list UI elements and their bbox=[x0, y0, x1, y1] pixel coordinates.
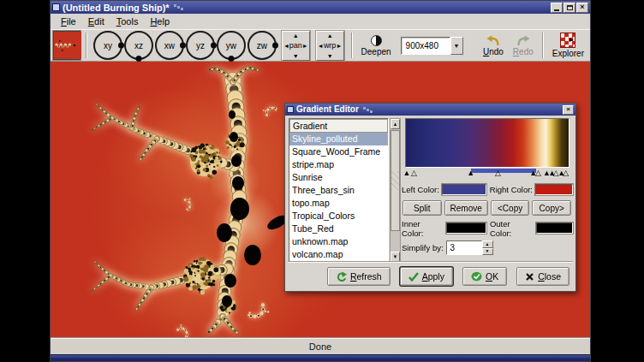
app-icon bbox=[52, 3, 60, 11]
status-text: Done bbox=[309, 341, 331, 352]
menu-help[interactable]: Help bbox=[144, 15, 176, 28]
separator bbox=[288, 261, 573, 263]
rotate-xw-button[interactable]: xw bbox=[155, 31, 184, 60]
selected-segment-bar[interactable] bbox=[471, 169, 536, 173]
inner-color-swatch[interactable] bbox=[446, 223, 486, 234]
pan-label: pan bbox=[289, 41, 302, 50]
rotation-dot-icon bbox=[135, 56, 141, 62]
redo-button[interactable]: Redo bbox=[510, 34, 537, 56]
maximize-icon bbox=[567, 5, 573, 10]
left-color-swatch[interactable] bbox=[442, 184, 486, 195]
spin-down-icon[interactable]: ▼ bbox=[482, 248, 493, 256]
titlebar-artifact bbox=[174, 4, 183, 10]
menu-tools[interactable]: Tools bbox=[110, 15, 145, 28]
gradient-list-scrollbar[interactable]: ▲ ▼ bbox=[390, 118, 401, 263]
gradient-list-item[interactable]: unknown.map bbox=[289, 235, 388, 248]
rotate-yw-button[interactable]: yw bbox=[217, 31, 246, 60]
screen: (Untitled Burning Ship)* × File Edit Too… bbox=[0, 0, 644, 362]
copy-left-button[interactable]: <Copy bbox=[491, 200, 530, 216]
close-dialog-button[interactable]: Close bbox=[516, 267, 569, 286]
gradient-handle-icon[interactable]: ▲ bbox=[402, 169, 410, 178]
undo-button[interactable]: Undo bbox=[480, 34, 507, 56]
refresh-button[interactable]: Refresh bbox=[327, 267, 391, 286]
rotate-yz-button[interactable]: yz bbox=[186, 31, 215, 60]
dialog-body: Gradient Skyline_pollutedSquare_Wood_Fra… bbox=[285, 116, 575, 291]
gradient-handle-icon[interactable]: △ bbox=[563, 169, 569, 178]
menu-file[interactable]: File bbox=[55, 15, 82, 28]
redo-label: Redo bbox=[513, 47, 534, 56]
gradient-list-item[interactable]: Tube_Red bbox=[289, 223, 388, 235]
combo-arrow-icon[interactable]: ▼ bbox=[450, 37, 463, 55]
refresh-icon bbox=[336, 271, 347, 282]
progress-bar bbox=[51, 354, 590, 361]
gradient-list-item[interactable]: stripe.map bbox=[289, 158, 388, 171]
resolution-combobox[interactable]: 900x480 ▼ bbox=[401, 37, 463, 55]
gradient-editor-dialog: Gradient Editor × Gradient Skyline_pollu… bbox=[284, 103, 576, 292]
spin-up-icon[interactable]: ▲ bbox=[482, 240, 493, 248]
rotate-xy-button[interactable]: xy bbox=[93, 31, 122, 60]
warp-left-arrow-icon: ◄ bbox=[318, 43, 324, 49]
resolution-value[interactable]: 900x480 bbox=[401, 37, 450, 55]
ok-button[interactable]: OK bbox=[462, 267, 507, 286]
gradient-handle-icon[interactable]: △ bbox=[495, 169, 501, 178]
warp-button[interactable]: ▲ ▼ ◄ ► wrp bbox=[316, 31, 344, 61]
toolbar-separator bbox=[351, 33, 353, 58]
gradient-list-item[interactable]: Skyline_polluted bbox=[289, 133, 388, 145]
explorer-button[interactable]: ▸ Explorer bbox=[549, 33, 587, 58]
dialog-actions: Refresh Apply OK bbox=[285, 264, 575, 288]
deepen-icon bbox=[371, 35, 382, 46]
copy-right-button[interactable]: Copy> bbox=[532, 200, 571, 216]
right-color-swatch[interactable] bbox=[535, 184, 573, 195]
remove-button[interactable]: Remove bbox=[444, 200, 488, 216]
dialog-close-button[interactable]: × bbox=[563, 105, 574, 115]
pan-left-arrow-icon: ◄ bbox=[283, 43, 289, 49]
right-color-label: Right Color: bbox=[490, 185, 533, 194]
close-icon: × bbox=[580, 3, 584, 11]
rotation-dot-icon bbox=[118, 43, 124, 49]
dialog-title: Gradient Editor bbox=[296, 104, 359, 115]
rotation-dot-icon bbox=[180, 43, 186, 49]
scroll-up-icon[interactable]: ▲ bbox=[391, 119, 400, 129]
rotate-zw-label: zw bbox=[257, 41, 267, 50]
simplify-spinbox[interactable]: 3 ▲ ▼ bbox=[446, 240, 493, 255]
scrollbar-thumb[interactable] bbox=[391, 130, 400, 231]
warp-up-arrow-icon: ▲ bbox=[327, 33, 333, 39]
outer-color-swatch[interactable] bbox=[536, 223, 573, 234]
fractal-preview-thumbnail[interactable] bbox=[53, 31, 80, 60]
simplify-value[interactable]: 3 bbox=[446, 240, 482, 255]
rotate-zw-button[interactable]: zw bbox=[247, 31, 277, 60]
toolbar-separator bbox=[542, 33, 544, 58]
window-titlebar[interactable]: (Untitled Burning Ship)* × bbox=[51, 1, 590, 14]
gradient-handle-icon[interactable]: △ bbox=[411, 169, 417, 178]
deepen-button[interactable]: Deepen bbox=[358, 35, 395, 56]
gradient-list-item[interactable]: Three_bars_sin bbox=[289, 184, 388, 197]
rotate-yw-label: yw bbox=[226, 41, 236, 50]
gradient-list-item[interactable]: Sunrise bbox=[289, 171, 388, 184]
gradient-list-item[interactable]: topo.map bbox=[289, 197, 388, 210]
rotate-xz-button[interactable]: xz bbox=[124, 31, 153, 60]
split-button[interactable]: Split bbox=[402, 200, 442, 216]
menu-edit[interactable]: Edit bbox=[82, 15, 110, 28]
undo-icon bbox=[486, 34, 501, 46]
gradient-handle-icon[interactable]: △ bbox=[535, 169, 541, 178]
dialog-titlebar[interactable]: Gradient Editor × bbox=[285, 104, 575, 116]
rotation-dot-icon bbox=[272, 43, 278, 49]
gradient-handle-strip[interactable]: ▲△▲△▲△▲▲△▲△ bbox=[405, 169, 569, 179]
gradient-list-item[interactable]: Tropical_Colors bbox=[289, 210, 388, 223]
gradient-list-header[interactable]: Gradient bbox=[289, 119, 388, 133]
left-color-label: Left Color: bbox=[402, 185, 439, 194]
gradient-list-item[interactable]: Square_Wood_Frame bbox=[289, 145, 388, 158]
maximize-button[interactable] bbox=[564, 3, 575, 13]
gradient-list-item[interactable]: volcano.map bbox=[289, 248, 388, 261]
pan-button[interactable]: ▲ ▼ ◄ ► pan bbox=[282, 31, 310, 61]
close-button[interactable]: × bbox=[576, 3, 588, 13]
gradient-handle-icon[interactable]: ▲ bbox=[467, 169, 474, 178]
undo-label: Undo bbox=[483, 47, 504, 56]
rotate-xw-label: xw bbox=[164, 41, 175, 50]
gradient-preview[interactable] bbox=[405, 118, 569, 168]
explorer-icon: ▸ bbox=[560, 33, 575, 48]
minimize-button[interactable] bbox=[551, 3, 563, 13]
apply-button[interactable]: Apply bbox=[400, 267, 453, 286]
gradient-list-body: Skyline_pollutedSquare_Wood_Framestripe.… bbox=[289, 133, 388, 261]
rotation-dot-icon bbox=[228, 56, 234, 62]
